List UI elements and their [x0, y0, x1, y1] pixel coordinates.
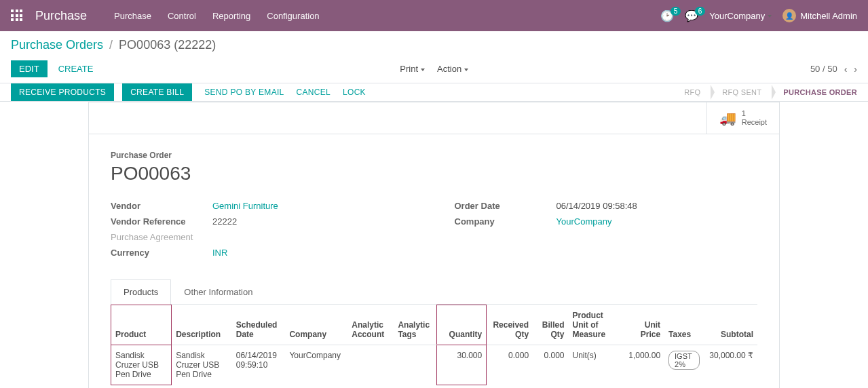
- status-purchase-order[interactable]: PURCHASE ORDER: [772, 84, 868, 100]
- nav-menu: Purchase Control Reporting Configuration: [114, 11, 320, 21]
- pager-prev[interactable]: ‹: [844, 64, 848, 75]
- cell-description: Sandisk Cruzer USB Pen Drive: [172, 345, 232, 385]
- truck-icon: 🚚: [719, 110, 736, 126]
- breadcrumb-current: PO00063 (22222): [119, 38, 216, 52]
- lock-button[interactable]: LOCK: [343, 88, 366, 97]
- th-taxes: Taxes: [664, 305, 704, 345]
- send-po-button[interactable]: SEND PO BY EMAIL: [204, 88, 284, 97]
- th-analytic-tags: Analytic Tags: [394, 305, 436, 345]
- value-vendor[interactable]: Gemini Furniture: [212, 201, 278, 211]
- label-currency: Currency: [111, 248, 212, 258]
- label-purchase-agreement: Purchase Agreement: [111, 232, 212, 242]
- value-currency[interactable]: INR: [212, 248, 227, 258]
- title-label: Purchase Order: [111, 151, 757, 160]
- cell-analytic-account: [347, 345, 394, 385]
- activity-indicator[interactable]: 🕑 5: [660, 9, 674, 22]
- cell-taxes: IGST 2%: [664, 345, 704, 385]
- pager-text: 50 / 50: [810, 64, 837, 74]
- create-bill-button[interactable]: CREATE BILL: [122, 83, 192, 101]
- th-unit-price: Unit Price: [622, 305, 664, 345]
- tax-badge: IGST 2%: [668, 351, 700, 370]
- status-rfq-sent[interactable]: RFQ SENT: [711, 84, 772, 100]
- user-name: Mitchell Admin: [800, 11, 857, 21]
- messages-indicator[interactable]: 💬 6: [685, 9, 698, 22]
- action-bar: RECEIVE PRODUCTS CREATE BILL SEND PO BY …: [0, 83, 868, 102]
- th-scheduled-date: Scheduled Date: [232, 305, 286, 345]
- order-lines-table: Product Description Scheduled Date Compa…: [111, 305, 757, 385]
- tab-other-information[interactable]: Other Information: [171, 279, 265, 304]
- receive-products-button[interactable]: RECEIVE PRODUCTS: [11, 83, 114, 101]
- activity-count: 5: [671, 7, 681, 16]
- print-dropdown[interactable]: Print: [400, 64, 425, 74]
- nav-menu-configuration[interactable]: Configuration: [267, 11, 319, 21]
- receipt-label: Receipt: [742, 118, 767, 127]
- table-row[interactable]: Sandisk Cruzer USB Pen Drive Sandisk Cru…: [111, 345, 758, 385]
- th-description: Description: [172, 305, 232, 345]
- th-analytic-account: Analytic Account: [347, 305, 394, 345]
- value-order-date: 06/14/2019 09:58:48: [556, 201, 637, 211]
- label-vendor-ref: Vendor Reference: [111, 216, 212, 227]
- avatar-icon: 👤: [782, 9, 796, 22]
- cell-quantity: 30.000: [436, 345, 486, 385]
- apps-icon[interactable]: [11, 9, 23, 22]
- nav-menu-reporting[interactable]: Reporting: [212, 11, 250, 21]
- th-uom: Product Unit of Measure: [569, 305, 622, 345]
- company-selector[interactable]: YourCompany: [709, 11, 772, 21]
- receipt-stat-button[interactable]: 🚚 1 Receipt: [706, 102, 779, 134]
- breadcrumb: Purchase Orders / PO00063 (22222): [11, 38, 857, 52]
- create-button[interactable]: CREATE: [58, 64, 94, 74]
- cell-received-qty: 0.000: [487, 345, 533, 385]
- form-sheet: 🚚 1 Receipt Purchase Order PO00063 Vendo…: [88, 102, 780, 388]
- nav-menu-control[interactable]: Control: [168, 11, 196, 21]
- th-company: Company: [285, 305, 347, 345]
- pager-next[interactable]: ›: [854, 64, 857, 75]
- cell-subtotal: 30,000.00 ₹: [704, 345, 757, 385]
- status-rfq[interactable]: RFQ: [673, 84, 711, 100]
- label-company: Company: [455, 216, 556, 227]
- cell-unit-price: 1,000.00: [622, 345, 664, 385]
- label-order-date: Order Date: [455, 201, 556, 211]
- cell-analytic-tags: [394, 345, 436, 385]
- label-vendor: Vendor: [111, 201, 212, 211]
- tab-products[interactable]: Products: [111, 279, 171, 305]
- messages-count: 6: [695, 7, 706, 16]
- cell-product: Sandisk Cruzer USB Pen Drive: [111, 345, 172, 385]
- tabs: Products Other Information: [111, 279, 757, 305]
- control-bar: EDIT CREATE Print Action 50 / 50 ‹ ›: [0, 55, 868, 83]
- top-nav: Purchase Purchase Control Reporting Conf…: [0, 0, 868, 31]
- breadcrumb-parent[interactable]: Purchase Orders: [11, 38, 103, 52]
- th-billed-qty: Billed Qty: [533, 305, 568, 345]
- user-menu[interactable]: 👤 Mitchell Admin: [782, 9, 857, 22]
- value-company[interactable]: YourCompany: [556, 216, 612, 227]
- edit-button[interactable]: EDIT: [11, 60, 48, 77]
- th-product: Product: [111, 305, 172, 345]
- status-trail: RFQ RFQ SENT PURCHASE ORDER: [673, 84, 868, 100]
- value-vendor-ref: 22222: [212, 216, 237, 227]
- po-number: PO00063: [111, 163, 757, 185]
- cell-billed-qty: 0.000: [533, 345, 568, 385]
- breadcrumb-bar: Purchase Orders / PO00063 (22222): [0, 31, 868, 55]
- action-dropdown[interactable]: Action: [437, 64, 468, 74]
- th-quantity: Quantity: [436, 305, 486, 345]
- cancel-button[interactable]: CANCEL: [297, 88, 331, 97]
- th-received-qty: Received Qty: [487, 305, 533, 345]
- th-subtotal: Subtotal: [704, 305, 757, 345]
- cell-scheduled-date: 06/14/2019 09:59:10: [232, 345, 286, 385]
- cell-uom: Unit(s): [569, 345, 622, 385]
- cell-company: YourCompany: [285, 345, 347, 385]
- receipt-count: 1: [742, 109, 767, 118]
- pager: 50 / 50 ‹ ›: [810, 64, 857, 75]
- nav-menu-purchase[interactable]: Purchase: [114, 11, 151, 21]
- app-name: Purchase: [35, 9, 87, 23]
